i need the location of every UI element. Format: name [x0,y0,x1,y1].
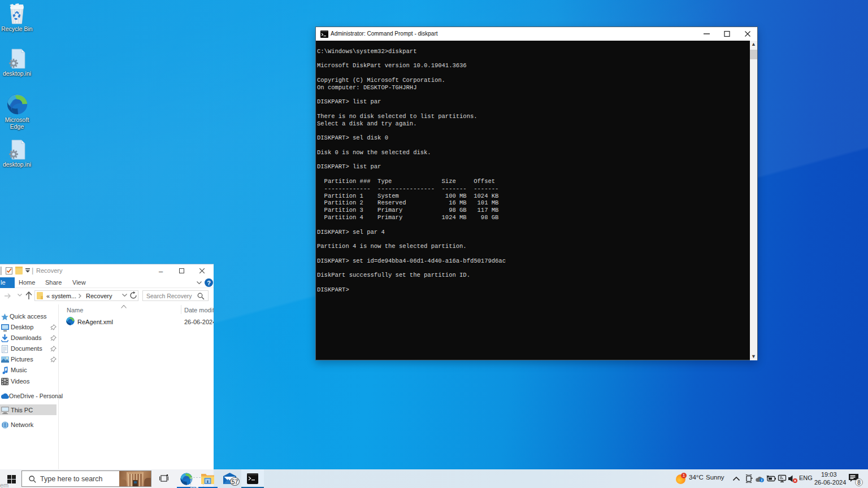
svg-text:?: ? [207,280,211,286]
